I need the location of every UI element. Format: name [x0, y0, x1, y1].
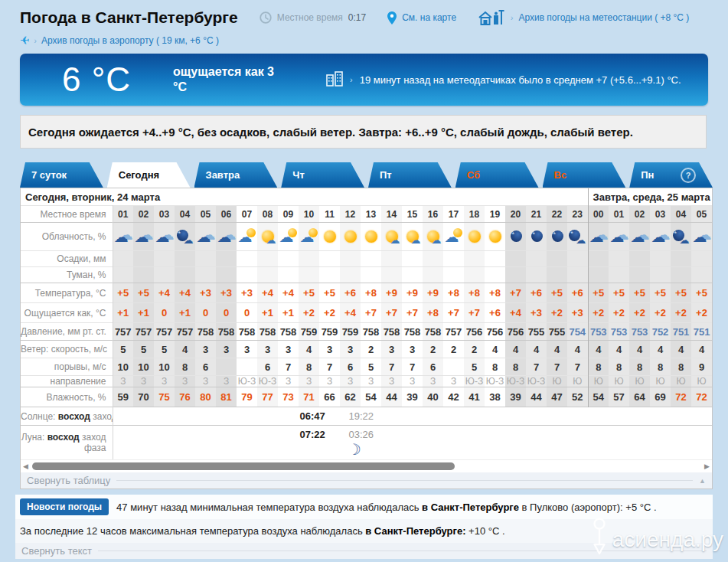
- pressure-cell: 757: [133, 323, 154, 341]
- precip-cell: [340, 251, 361, 267]
- wind-gusts-cell: 6: [195, 358, 216, 376]
- table-scrollbar[interactable]: ◀ ▶: [21, 459, 712, 472]
- precip-cell: [650, 251, 671, 267]
- pressure-cell: 757: [113, 323, 133, 341]
- weather-icon-cloud-sun: ☁: [237, 227, 257, 247]
- wind-direction-cell: З: [443, 376, 464, 387]
- scrollbar-thumb[interactable]: [32, 462, 455, 470]
- tab-чт[interactable]: Чт: [281, 162, 364, 188]
- humidity-cell: 54: [588, 387, 609, 407]
- tab-сегодня[interactable]: Сегодня: [107, 162, 191, 188]
- tab-завтра[interactable]: Завтра: [194, 162, 278, 188]
- fog-cell: [650, 267, 671, 283]
- feels-like-cell: +3: [526, 303, 547, 323]
- precip-cell: [402, 251, 423, 267]
- wind-speed-cell: 4: [526, 341, 547, 358]
- airport-archive-link[interactable]: Архив погоды в аэропорту ( 19 км, +6 °C …: [41, 35, 219, 46]
- temperature-cell: +4: [154, 283, 175, 303]
- scrollbar-track[interactable]: [31, 462, 702, 471]
- pressure-cell: 754: [567, 323, 588, 341]
- weather-icon-moon-cloud: *☁: [567, 227, 587, 247]
- precip-cell: [299, 251, 319, 267]
- wind-gusts-cell: 6: [257, 358, 278, 376]
- humidity-cell: 80: [195, 387, 216, 407]
- wind-gusts-cell: 7: [402, 358, 423, 376]
- hour-cell: 22: [547, 206, 567, 223]
- tab-пн[interactable]: Пн?: [629, 162, 713, 188]
- precip-cell: [175, 251, 195, 267]
- pressure-cell: 756: [485, 323, 505, 341]
- fog-cell: [133, 267, 154, 283]
- pressure-cell: 753: [609, 323, 629, 341]
- feels-like-cell: +7: [361, 303, 381, 323]
- wind-direction-cell: Ю: [691, 376, 712, 387]
- tab-пт[interactable]: Пт: [368, 162, 452, 188]
- wind-gusts-cell: 9: [691, 358, 712, 376]
- feels-like-cell: +2: [588, 303, 609, 323]
- station-archive-link[interactable]: Архив погоды на метеостанции ( +8 °C ): [518, 12, 689, 23]
- precip-cell: [505, 251, 526, 267]
- current-temperature: 6 °C: [20, 60, 173, 99]
- row-label-humidity: Влажность, %: [21, 387, 113, 407]
- weather-icon-moon: *: [506, 227, 526, 247]
- wind-gusts-cell: 7: [547, 358, 567, 376]
- link-bullet: ›: [511, 14, 513, 22]
- fog-cell: [278, 267, 299, 283]
- weather-icon-sun-cloud: ☁: [403, 227, 423, 247]
- wind-direction-cell: З: [175, 376, 195, 387]
- help-icon[interactable]: ?: [681, 168, 696, 183]
- news-row-2: За последние 12 часов максимальная темпе…: [15, 519, 713, 543]
- airplane-icon: ✈: [20, 34, 30, 47]
- scroll-right-icon[interactable]: ▶: [704, 463, 710, 470]
- feels-like-cell: +1: [175, 303, 195, 323]
- local-time-value: 0:17: [348, 12, 366, 23]
- hour-cell: 11: [319, 206, 340, 223]
- local-time-label: Местное время: [277, 12, 343, 23]
- weather-icon-cloud-sun: ☁: [279, 227, 299, 247]
- collapse-text-bar[interactable]: Свернуть текст: [15, 543, 713, 559]
- wind-speed-cell: 4: [299, 341, 319, 358]
- tab-7-суток[interactable]: 7 суток: [20, 162, 103, 188]
- fog-cell: [526, 267, 547, 283]
- forecast-table-panel: Сегодня, вторник, 24 мартаЗавтра, среда,…: [20, 188, 713, 489]
- feels-like-cell: +1: [113, 303, 133, 323]
- precip-cell: [691, 251, 712, 267]
- pressure-cell: 757: [154, 323, 175, 341]
- tab-вс[interactable]: Вс: [543, 162, 626, 188]
- wind-gusts-cell: 7: [278, 358, 299, 376]
- scroll-left-icon[interactable]: ◀: [23, 463, 28, 470]
- temperature-cell: +5: [609, 283, 629, 303]
- news-badge: Новости погоды: [20, 498, 109, 515]
- feels-like-cell: +1: [257, 303, 278, 323]
- news-row-1: Новости погоды 47 минут назад минимальна…: [15, 495, 713, 519]
- weather-icon-sun: [485, 227, 505, 247]
- row-label-temperature: Температура, °C: [21, 283, 113, 303]
- fog-cell: [443, 267, 464, 283]
- humidity-cell: 70: [133, 387, 154, 407]
- tab-сб[interactable]: Сб: [455, 162, 539, 188]
- collapse-table-bar[interactable]: Свернуть таблицу ▲: [21, 472, 712, 488]
- wind-speed-cell: 5: [113, 341, 133, 358]
- row-label-wind-gusts: порывы, м/с: [21, 358, 113, 376]
- precip-cell: [526, 251, 547, 267]
- pressure-cell: 758: [237, 323, 257, 341]
- hour-cell: 21: [526, 206, 547, 223]
- humidity-cell: 39: [505, 387, 526, 407]
- weather-icon-cloud-night: ☁☁: [134, 227, 154, 247]
- map-link[interactable]: См. на карте: [402, 12, 456, 23]
- feels-like-cell: 0: [216, 303, 237, 323]
- fog-cell: [381, 267, 402, 283]
- fog-cell: [547, 267, 567, 283]
- wind-speed-cell: 3: [319, 341, 340, 358]
- feels-like-cell: +1: [278, 303, 299, 323]
- weather-icon-sun: [320, 227, 340, 247]
- feels-like-cell: +1: [133, 303, 154, 323]
- fog-cell: [340, 267, 361, 283]
- weather-icon-moon-cloud: *☁: [175, 227, 195, 247]
- precip-cell: [464, 251, 485, 267]
- temperature-cell: +8: [443, 283, 464, 303]
- hour-cell: 14: [381, 206, 402, 223]
- wind-gusts-cell: 7: [526, 358, 547, 376]
- weather-icon-sun: [361, 227, 381, 247]
- hour-cell: 04: [671, 206, 691, 223]
